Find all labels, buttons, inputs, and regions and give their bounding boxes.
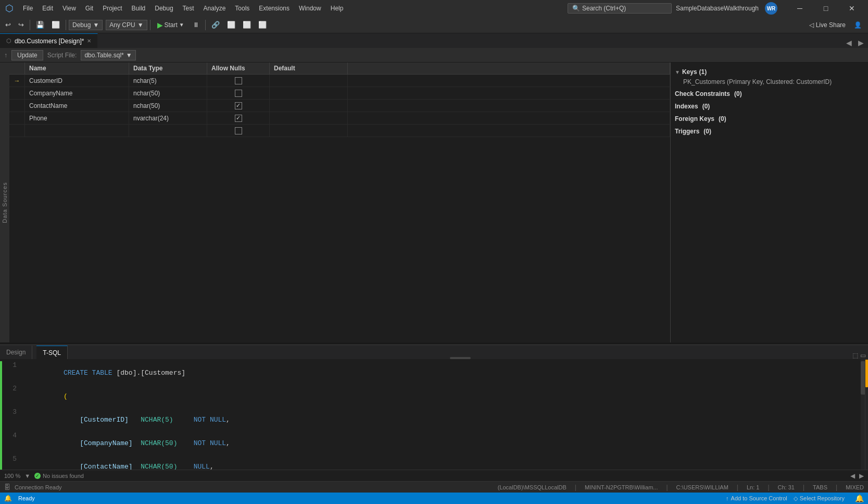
check-count: (0) [734, 90, 742, 97]
conn-sep3: | [737, 484, 738, 491]
nulls-checkbox[interactable] [235, 77, 242, 84]
triggers-label: Triggers [675, 128, 699, 135]
menu-project[interactable]: Project [98, 3, 126, 14]
live-share-button[interactable]: ◁ Live Share 👤 [805, 20, 866, 30]
col-name: [CompanyName] [80, 439, 132, 447]
table-row[interactable]: Phone nvarchar(24) [9, 112, 670, 125]
row-type[interactable]: nchar(50) [129, 87, 207, 99]
toolbar-pause[interactable]: ⏸ [190, 19, 203, 30]
nulls-checkbox[interactable] [235, 102, 242, 109]
triggers-header[interactable]: Triggers (0) [675, 126, 864, 137]
code-line-3: 3 [CustomerID] NCHAR(5) NOT NULL, [0, 408, 868, 432]
menu-edit[interactable]: Edit [38, 3, 57, 14]
row-type[interactable]: nvarchar(24) [129, 112, 207, 124]
row-default[interactable] [270, 75, 348, 87]
menu-debug[interactable]: Debug [150, 3, 177, 14]
zoom-level[interactable]: 100 % [4, 473, 20, 479]
check-header[interactable]: Check Constraints (0) [675, 89, 864, 99]
empty-name[interactable] [25, 125, 129, 137]
tab-scroll-left[interactable]: ◀ [844, 38, 854, 48]
vs-logo: ⬡ [4, 3, 15, 14]
row-default[interactable] [270, 87, 348, 99]
menu-extensions[interactable]: Extensions [255, 3, 294, 14]
menu-file[interactable]: File [19, 3, 37, 14]
row-type[interactable]: nchar(50) [129, 100, 207, 112]
toolbar-undo-group[interactable]: ↩ [2, 19, 14, 30]
search-box[interactable]: 🔍 Search (Ctrl+Q) [568, 3, 672, 14]
table-row[interactable]: ContactName nchar(50) [9, 100, 670, 112]
nulls-checkbox[interactable] [235, 127, 242, 134]
code-editor[interactable]: 1 CREATE TABLE [dbo].[Customers] 2 ( 3 [… [0, 359, 868, 470]
code-line-5: 5 [ContactName] NCHAR(50) NULL, [0, 455, 868, 470]
minimize-button[interactable]: ─ [788, 0, 812, 17]
issues-label: No issues found [43, 473, 84, 479]
row-default[interactable] [270, 100, 348, 112]
tab-tsql-view[interactable]: T-SQL [36, 346, 68, 359]
window-controls: ─ □ ✕ [788, 0, 864, 17]
toolbar-extra2[interactable]: ⬜ [240, 19, 254, 30]
tab-design-view[interactable]: Design [0, 346, 32, 359]
empty-type[interactable] [129, 125, 207, 137]
table-row-empty[interactable] [9, 125, 670, 137]
row-nulls[interactable] [207, 87, 270, 99]
fk-header[interactable]: Foreign Keys (0) [675, 114, 864, 124]
menu-tools[interactable]: Tools [231, 3, 254, 14]
update-button[interactable]: Update [11, 50, 43, 60]
toolbar-save-all[interactable]: ⬜ [48, 19, 63, 30]
menu-view[interactable]: View [58, 3, 80, 14]
bell-icon[interactable]: 🔔 [855, 494, 864, 502]
empty-default[interactable] [270, 125, 348, 137]
toolbar-save[interactable]: 💾 [33, 19, 47, 30]
config-dropdown[interactable]: Debug ▼ [69, 20, 103, 30]
split-vert-icon[interactable]: ⬚ [852, 352, 858, 359]
split-horiz-icon[interactable]: ▭ [860, 352, 866, 359]
menu-test[interactable]: Test [179, 3, 198, 14]
empty-nulls[interactable] [207, 125, 270, 137]
select-repository-button[interactable]: ◇ Select Repository [794, 495, 845, 502]
sep3 [150, 20, 150, 30]
row-nulls[interactable] [207, 112, 270, 124]
row-name[interactable]: CompanyName [25, 87, 129, 99]
nav-left[interactable]: ◀ [850, 472, 855, 480]
toolbar-extra3[interactable]: ⬜ [255, 19, 270, 30]
row-nulls[interactable] [207, 75, 270, 87]
tab-design[interactable]: ⬡ dbo.Customers [Design]* ✕ [0, 33, 98, 48]
nav-right[interactable]: ▶ [859, 472, 864, 480]
add-to-source-control[interactable]: ↑ Add to Source Control [726, 495, 787, 501]
start-button[interactable]: ▶ Start ▼ [153, 20, 188, 30]
keys-count: (1) [699, 68, 707, 76]
code-line-4: 4 [CompanyName] NCHAR(50) NOT NULL, [0, 432, 868, 455]
row-name[interactable]: CustomerID [25, 75, 129, 87]
menu-window[interactable]: Window [295, 3, 325, 14]
toolbar-redo[interactable]: ↪ [15, 19, 27, 30]
keys-header[interactable]: ▼ Keys (1) [675, 67, 864, 77]
toolbar-extra1[interactable]: ⬜ [224, 19, 238, 30]
toolbar-attach[interactable]: 🔗 [208, 19, 223, 30]
row-type[interactable]: nchar(5) [129, 75, 207, 87]
maximize-button[interactable]: □ [814, 0, 838, 17]
menu-git[interactable]: Git [81, 3, 97, 14]
zoom-scrollbar[interactable] [865, 359, 868, 470]
row-name[interactable]: Phone [25, 112, 129, 124]
nulls-checkbox[interactable] [235, 90, 242, 97]
script-dropdown[interactable]: dbo.Table.sql* ▼ [81, 50, 135, 60]
zoom-thumb[interactable] [865, 360, 868, 387]
menu-analyze[interactable]: Analyze [199, 3, 230, 14]
menu-help[interactable]: Help [326, 3, 348, 14]
nulls-checkbox[interactable] [235, 115, 242, 122]
tab-bar-right: ◀ ▶ [844, 38, 868, 48]
table-row[interactable]: CompanyName nchar(50) [9, 87, 670, 100]
row-nulls[interactable] [207, 100, 270, 112]
tab-scroll-right[interactable]: ▶ [856, 38, 866, 48]
platform-dropdown[interactable]: Any CPU ▼ [106, 20, 147, 30]
connection-status: Connection Ready [15, 484, 62, 490]
zoom-dropdown[interactable]: ▼ [24, 473, 30, 479]
tab-close-button[interactable]: ✕ [87, 38, 91, 44]
close-button[interactable]: ✕ [840, 0, 864, 17]
indexes-header[interactable]: Indexes (0) [675, 101, 864, 112]
row-default[interactable] [270, 112, 348, 124]
table-row[interactable]: → CustomerID nchar(5) [9, 75, 670, 87]
row-name[interactable]: ContactName [25, 100, 129, 112]
menu-build[interactable]: Build [128, 3, 150, 14]
row-extra [348, 75, 670, 87]
